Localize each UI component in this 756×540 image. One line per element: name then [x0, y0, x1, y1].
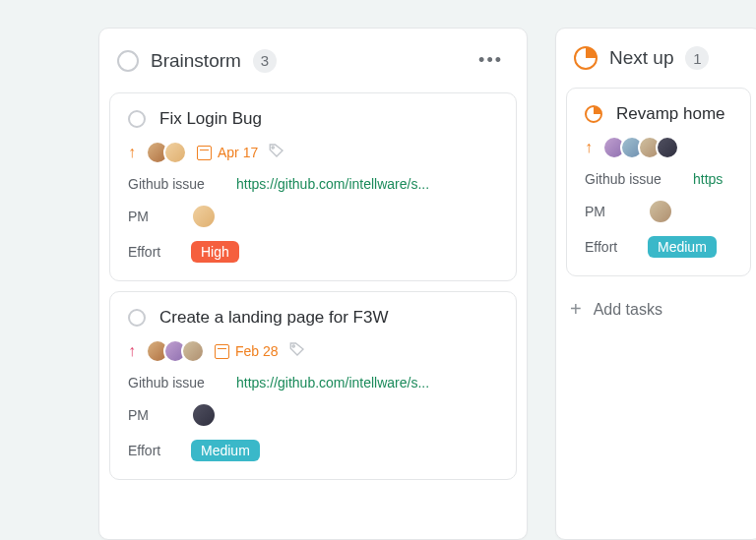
add-tasks-label: Add tasks	[594, 301, 662, 319]
svg-point-1	[292, 345, 294, 347]
column-title: Brainstorm	[151, 50, 241, 72]
column-header[interactable]: Next up 1	[556, 29, 756, 88]
status-pie-icon	[574, 46, 598, 70]
add-tasks-button[interactable]: + Add tasks	[556, 286, 756, 338]
github-link[interactable]: https	[693, 171, 723, 187]
pm-avatar[interactable]	[191, 204, 217, 229]
tag-icon[interactable]	[288, 340, 306, 362]
task-card[interactable]: Fix Login Bug ↑ Apr 17	[109, 92, 517, 281]
column-header[interactable]: Brainstorm 3 •••	[99, 29, 527, 92]
due-date[interactable]: Apr 17	[197, 145, 258, 160]
github-link[interactable]: https://github.com/intellware/s...	[236, 176, 429, 192]
effort-field-label: Effort	[128, 443, 171, 458]
pm-avatar[interactable]	[191, 402, 217, 428]
effort-tag[interactable]: Medium	[648, 236, 717, 258]
assignee-avatars[interactable]	[146, 141, 187, 164]
github-field-label: Github issue	[128, 176, 217, 192]
effort-tag[interactable]: Medium	[191, 440, 260, 461]
github-field-label: Github issue	[585, 171, 673, 187]
svg-point-0	[272, 147, 274, 149]
plus-icon: +	[570, 298, 582, 321]
status-pie-icon[interactable]	[585, 105, 602, 123]
task-title: Revamp home	[616, 104, 725, 124]
column-brainstorm: Brainstorm 3 ••• Fix Login Bug ↑	[98, 28, 528, 540]
pm-field-label: PM	[128, 209, 171, 224]
column-next-up: Next up 1 Revamp home ↑	[555, 28, 756, 540]
card-list: Fix Login Bug ↑ Apr 17	[99, 92, 527, 490]
assignee-avatars[interactable]	[602, 136, 679, 159]
priority-up-icon: ↑	[128, 144, 136, 161]
column-more-button[interactable]: •••	[474, 46, 507, 75]
pm-field-label: PM	[585, 204, 628, 219]
priority-up-icon: ↑	[128, 342, 136, 360]
effort-field-label: Effort	[585, 239, 628, 255]
task-title: Fix Login Bug	[159, 109, 262, 129]
github-link[interactable]: https://github.com/intellware/s...	[236, 375, 429, 390]
status-circle-icon	[117, 50, 139, 72]
task-card[interactable]: Revamp home ↑ Github issue https	[566, 88, 751, 276]
column-title: Next up	[609, 47, 673, 69]
assignee-avatars[interactable]	[146, 339, 205, 363]
effort-tag[interactable]: High	[191, 241, 239, 263]
avatar	[656, 136, 679, 159]
effort-field-label: Effort	[128, 244, 171, 260]
priority-up-icon: ↑	[585, 139, 593, 156]
column-count-badge: 3	[253, 49, 277, 73]
column-count-badge: 1	[685, 46, 709, 70]
task-title: Create a landing page for F3W	[159, 308, 388, 328]
due-date-text: Apr 17	[218, 145, 258, 160]
due-date[interactable]: Feb 28	[215, 343, 279, 359]
complete-toggle-icon[interactable]	[128, 309, 146, 327]
card-list: Revamp home ↑ Github issue https	[556, 88, 756, 286]
calendar-icon	[197, 146, 212, 160]
task-card[interactable]: Create a landing page for F3W ↑ Feb 28	[109, 291, 517, 480]
tag-icon[interactable]	[268, 142, 285, 163]
pm-avatar[interactable]	[648, 199, 673, 224]
github-field-label: Github issue	[128, 375, 217, 390]
avatar	[163, 141, 187, 164]
pm-field-label: PM	[128, 407, 171, 423]
avatar	[181, 339, 205, 363]
due-date-text: Feb 28	[235, 343, 279, 359]
kanban-board: Brainstorm 3 ••• Fix Login Bug ↑	[98, 0, 756, 540]
complete-toggle-icon[interactable]	[128, 110, 146, 128]
calendar-icon	[215, 344, 229, 359]
